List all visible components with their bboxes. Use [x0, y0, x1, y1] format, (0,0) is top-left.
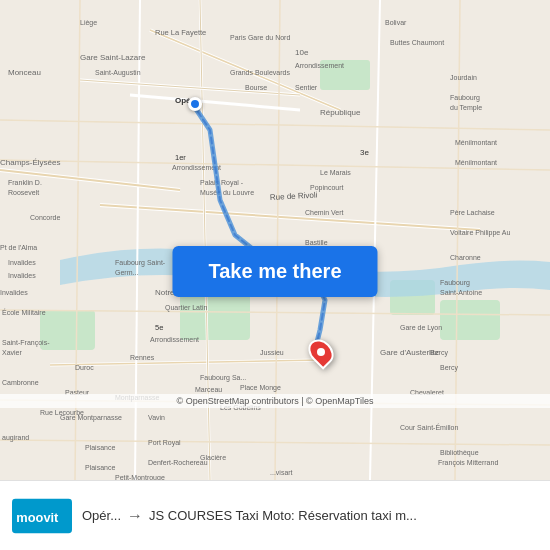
svg-text:Rue La Fayette: Rue La Fayette	[155, 28, 206, 37]
svg-text:Place Monge: Place Monge	[240, 384, 281, 392]
svg-text:Faubourg: Faubourg	[450, 94, 480, 102]
svg-text:Duroc: Duroc	[75, 364, 94, 371]
svg-text:Voltaire Philippe Au: Voltaire Philippe Au	[450, 229, 510, 237]
svg-text:Quartier Latin: Quartier Latin	[165, 304, 208, 312]
svg-text:République: République	[320, 108, 361, 117]
svg-text:Vavin: Vavin	[148, 414, 165, 421]
svg-text:Bastille: Bastille	[305, 239, 328, 246]
svg-text:Petit-Montrouge: Petit-Montrouge	[115, 474, 165, 480]
svg-text:Champs-Élysées: Champs-Élysées	[0, 158, 60, 167]
svg-text:Gare de Lyon: Gare de Lyon	[400, 324, 442, 332]
origin-marker	[188, 97, 202, 111]
svg-text:Concorde: Concorde	[30, 214, 60, 221]
svg-text:Gare Montparnasse: Gare Montparnasse	[60, 414, 122, 422]
route-arrow: →	[127, 507, 143, 525]
take-me-there-button[interactable]: Take me there	[172, 246, 377, 297]
svg-text:Bolivar: Bolivar	[385, 19, 407, 26]
svg-text:Palais Royal -: Palais Royal -	[200, 179, 244, 187]
svg-text:Cour Saint-Émillon: Cour Saint-Émillon	[400, 423, 458, 431]
svg-text:Cambronne: Cambronne	[2, 379, 39, 386]
svg-text:Saint-Augustin: Saint-Augustin	[95, 69, 141, 77]
svg-text:5e: 5e	[155, 323, 163, 332]
route-to: JS COURSES Taxi Moto: Réservation taxi m…	[149, 508, 417, 523]
svg-text:Port Royal: Port Royal	[148, 439, 181, 447]
svg-text:Invalides: Invalides	[0, 289, 28, 296]
svg-text:Roosevelt: Roosevelt	[8, 189, 39, 196]
svg-text:Sentier: Sentier	[295, 84, 318, 91]
svg-text:Invalides: Invalides	[8, 259, 36, 266]
svg-text:Liège: Liège	[80, 19, 97, 27]
svg-text:Paris Gare du Nord: Paris Gare du Nord	[230, 34, 290, 41]
svg-text:Gare Saint-Lazare: Gare Saint-Lazare	[80, 53, 146, 62]
svg-text:François Mitterrand: François Mitterrand	[438, 459, 498, 467]
svg-text:Xavier: Xavier	[2, 349, 23, 356]
destination-marker	[310, 338, 332, 366]
svg-text:Invalides: Invalides	[8, 272, 36, 279]
svg-text:Marceau: Marceau	[195, 386, 222, 393]
svg-text:...visart: ...visart	[270, 469, 293, 476]
svg-text:Charonne: Charonne	[450, 254, 481, 261]
svg-text:Glacière: Glacière	[200, 454, 226, 461]
svg-text:3e: 3e	[360, 148, 369, 157]
svg-text:Plaisance: Plaisance	[85, 444, 115, 451]
map-container: Monceau Liège Gare Saint-Lazare Saint-Au…	[0, 0, 550, 480]
map-attribution: © OpenStreetMap contributors | © OpenMap…	[0, 394, 550, 408]
svg-text:Saint-Antoine: Saint-Antoine	[440, 289, 482, 296]
svg-text:Rennes: Rennes	[130, 354, 155, 361]
svg-text:Bibliothèque: Bibliothèque	[440, 449, 479, 457]
svg-text:Pt de l'Alma: Pt de l'Alma	[0, 244, 37, 251]
svg-text:Buttes Chaumont: Buttes Chaumont	[390, 39, 444, 46]
svg-text:Germ...: Germ...	[115, 269, 138, 276]
svg-text:Saint-François-: Saint-François-	[2, 339, 50, 347]
svg-text:Ménilmontant: Ménilmontant	[455, 159, 497, 166]
moovit-logo: moovit	[12, 496, 72, 536]
svg-rect-2	[180, 290, 250, 340]
svg-text:Monceau: Monceau	[8, 68, 41, 77]
svg-text:Père Lachaise: Père Lachaise	[450, 209, 495, 216]
route-from: Opér...	[82, 508, 121, 523]
svg-text:10e: 10e	[295, 48, 309, 57]
svg-text:Ménilmontant: Ménilmontant	[455, 139, 497, 146]
svg-text:Faubourg Saint-: Faubourg Saint-	[115, 259, 166, 267]
svg-text:Arrondissement: Arrondissement	[295, 62, 344, 69]
svg-text:Bercy: Bercy	[430, 349, 448, 357]
route-info: Opér... → JS COURSES Taxi Moto: Réservat…	[82, 507, 538, 525]
svg-text:Bercy: Bercy	[440, 364, 458, 372]
svg-text:moovit: moovit	[16, 510, 59, 525]
svg-text:Jussieu: Jussieu	[260, 349, 284, 356]
svg-text:augirand: augirand	[2, 434, 29, 442]
svg-text:Musée du Louvre: Musée du Louvre	[200, 189, 254, 196]
bottom-bar: moovit Opér... → JS COURSES Taxi Moto: R…	[0, 480, 550, 550]
svg-rect-4	[440, 300, 500, 340]
svg-text:École Militaire: École Militaire	[2, 308, 46, 316]
svg-text:Grands Boulevards: Grands Boulevards	[230, 69, 290, 76]
svg-text:Faubourg: Faubourg	[440, 279, 470, 287]
svg-text:Plaisance: Plaisance	[85, 464, 115, 471]
svg-text:Denfert-Rochereau: Denfert-Rochereau	[148, 459, 208, 466]
svg-text:Franklin D.: Franklin D.	[8, 179, 42, 186]
svg-text:du Temple: du Temple	[450, 104, 482, 112]
svg-text:Arrondissement: Arrondissement	[150, 336, 199, 343]
svg-text:Faubourg Sa...: Faubourg Sa...	[200, 374, 246, 382]
svg-text:Le Marais: Le Marais	[320, 169, 351, 176]
svg-text:1er: 1er	[175, 153, 186, 162]
svg-text:Jourdain: Jourdain	[450, 74, 477, 81]
svg-text:Chemin Vert: Chemin Vert	[305, 209, 344, 216]
svg-text:Bourse: Bourse	[245, 84, 267, 91]
